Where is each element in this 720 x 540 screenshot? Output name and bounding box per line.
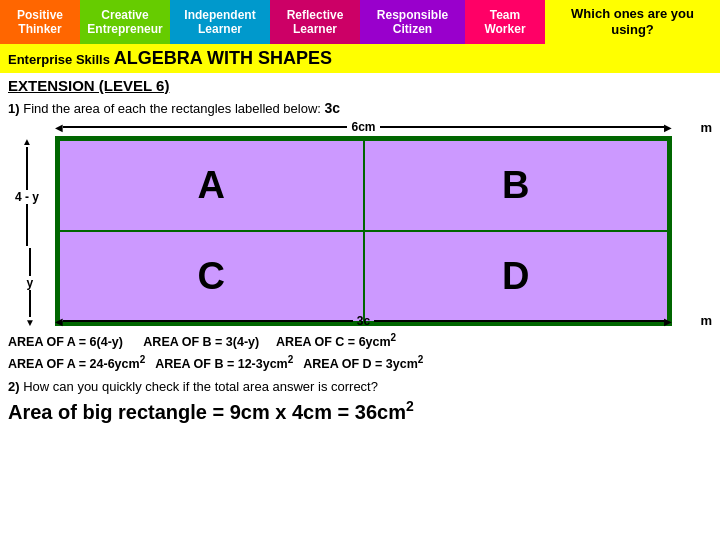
q1-number: 1) [8, 101, 20, 116]
label-m-top: m [700, 120, 712, 135]
main-rectangle: A B C D [55, 136, 672, 326]
left-arrow-top: ▲ 4 - y [15, 136, 39, 246]
tab-responsible-label: Responsible Citizen [377, 8, 448, 37]
label-4y: 4 - y [15, 190, 39, 204]
tab-reflective-label: Reflective Learner [287, 8, 344, 37]
question-2: 2) How can you quickly check if the tota… [0, 376, 720, 397]
arrow-up-head: ▲ [22, 136, 32, 147]
cell-B: B [365, 141, 668, 230]
title-banner: Enterprise Skills ALGEBRA WITH SHAPES [0, 44, 720, 73]
arrow-left-head: ◀ [55, 122, 63, 133]
label-y: y [27, 276, 34, 290]
tab-positive[interactable]: Positive Thinker [0, 0, 80, 44]
page-title: ALGEBRA WITH SHAPES [114, 48, 332, 68]
tab-reflective[interactable]: Reflective Learner [270, 0, 360, 44]
cell-C: C [60, 232, 363, 321]
bottom-arrow: ◀ 3c ▶ [55, 314, 672, 328]
label-3c: 3c [325, 100, 341, 116]
tab-team-label: Team Worker [484, 8, 525, 37]
tab-creative[interactable]: Creative Entrepreneur [80, 0, 170, 44]
tab-independent[interactable]: Independent Learner [170, 0, 270, 44]
arrow-right-head: ▶ [664, 122, 672, 133]
answer-text: Area of big rectangle = 9cm x 4cm = 36cm… [8, 401, 414, 423]
bottom-arrow-left: ◀ [55, 316, 63, 327]
q2-text: How can you quickly check if the total a… [23, 379, 378, 394]
arrow-down-head: ▼ [25, 317, 35, 328]
area-line-2: AREA OF A = 24-6ycm2 AREA OF B = 12-3ycm… [8, 352, 712, 374]
top-arrow: ◀ 6cm ▶ [55, 120, 672, 134]
left-arrow-bottom: y ▼ [25, 248, 35, 328]
tab-positive-label: Positive Thinker [17, 8, 63, 37]
tab-creative-label: Creative Entrepreneur [87, 8, 162, 37]
diagram-area: ◀ 6cm ▶ m ▲ 4 - y y ▼ 4cm A B C D ◀ 3c ▶… [55, 118, 712, 328]
enterprise-label: Enterprise Skills [8, 52, 110, 67]
which-ones-label: Which ones are you using? [571, 6, 694, 37]
q1-text: Find the area of each the rectangles lab… [23, 101, 324, 116]
area-formulas: AREA OF A = 6(4-y) AREA OF B = 3(4-y) AR… [0, 328, 720, 376]
tab-independent-label: Independent Learner [184, 8, 255, 37]
cell-D: D [365, 232, 668, 321]
area-d-label: AREA OF D = 3ycm2 [303, 357, 423, 371]
q2-number: 2) [8, 379, 20, 394]
label-m-bottom: m [700, 313, 712, 328]
label-6cm: 6cm [347, 120, 379, 134]
top-navigation: Positive Thinker Creative Entrepreneur I… [0, 0, 720, 44]
extension-heading: EXTENSION (LEVEL 6) [0, 73, 720, 96]
cell-A: A [60, 141, 363, 230]
tab-team[interactable]: Team Worker [465, 0, 545, 44]
area-line-1: AREA OF A = 6(4-y) AREA OF B = 3(4-y) AR… [8, 330, 712, 352]
label-m-bottom-center: 3c [353, 314, 374, 328]
question-1: 1) Find the area of each the rectangles … [0, 96, 720, 118]
answer-big: Area of big rectangle = 9cm x 4cm = 36cm… [0, 397, 720, 427]
tab-responsible[interactable]: Responsible Citizen [360, 0, 465, 44]
bottom-arrow-right: ▶ [664, 316, 672, 327]
tab-which-ones[interactable]: Which ones are you using? [545, 0, 720, 44]
